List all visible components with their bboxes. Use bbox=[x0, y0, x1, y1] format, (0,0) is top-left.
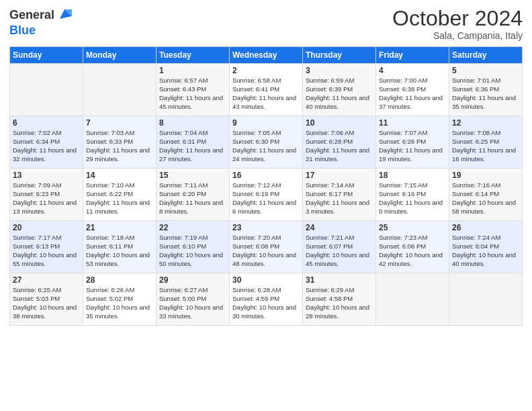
day-number: 18 bbox=[379, 171, 446, 180]
day-number: 30 bbox=[232, 275, 300, 285]
day-number: 2 bbox=[232, 66, 300, 75]
table-row: 13Sunrise: 7:09 AM Sunset: 6:23 PM Dayli… bbox=[10, 169, 83, 221]
table-row: 27Sunrise: 6:25 AM Sunset: 5:03 PM Dayli… bbox=[10, 273, 83, 326]
day-info: Sunrise: 7:08 AM Sunset: 6:25 PM Dayligh… bbox=[452, 129, 519, 163]
calendar-week-row: 1Sunrise: 6:57 AM Sunset: 6:43 PM Daylig… bbox=[10, 64, 523, 116]
page-container: General Blue October 2024 Sala, Campania… bbox=[0, 0, 532, 332]
day-number: 1 bbox=[159, 66, 226, 75]
day-number: 5 bbox=[452, 66, 519, 75]
day-info: Sunrise: 6:28 AM Sunset: 4:59 PM Dayligh… bbox=[232, 286, 300, 320]
table-row: 7Sunrise: 7:03 AM Sunset: 6:33 PM Daylig… bbox=[83, 116, 157, 169]
day-info: Sunrise: 7:00 AM Sunset: 6:38 PM Dayligh… bbox=[379, 77, 446, 111]
logo: General Blue bbox=[9, 7, 72, 38]
day-number: 3 bbox=[306, 66, 373, 75]
day-number: 31 bbox=[306, 275, 373, 285]
calendar-week-row: 20Sunrise: 7:17 AM Sunset: 6:13 PM Dayli… bbox=[10, 221, 523, 273]
day-number: 22 bbox=[159, 223, 226, 232]
table-row: 31Sunrise: 6:29 AM Sunset: 4:58 PM Dayli… bbox=[303, 273, 376, 326]
day-info: Sunrise: 7:02 AM Sunset: 6:34 PM Dayligh… bbox=[13, 129, 80, 163]
day-number: 25 bbox=[379, 223, 446, 232]
day-info: Sunrise: 6:58 AM Sunset: 6:41 PM Dayligh… bbox=[232, 77, 300, 111]
day-info: Sunrise: 7:20 AM Sunset: 6:08 PM Dayligh… bbox=[232, 234, 300, 268]
day-number: 8 bbox=[159, 118, 226, 128]
location-subtitle: Sala, Campania, Italy bbox=[392, 30, 523, 41]
day-number: 15 bbox=[159, 171, 226, 180]
month-title: October 2024 bbox=[392, 7, 523, 30]
day-number: 17 bbox=[306, 171, 373, 180]
logo-general: General bbox=[9, 9, 54, 22]
day-number: 19 bbox=[452, 171, 519, 180]
table-row: 1Sunrise: 6:57 AM Sunset: 6:43 PM Daylig… bbox=[157, 64, 230, 116]
day-number: 7 bbox=[86, 118, 153, 128]
day-number: 24 bbox=[306, 223, 373, 232]
col-thursday: Thursday bbox=[303, 47, 376, 64]
day-info: Sunrise: 6:26 AM Sunset: 5:02 PM Dayligh… bbox=[86, 286, 153, 320]
table-row: 5Sunrise: 7:01 AM Sunset: 6:36 PM Daylig… bbox=[449, 64, 523, 116]
table-row: 3Sunrise: 6:59 AM Sunset: 6:39 PM Daylig… bbox=[303, 64, 376, 116]
table-row: 19Sunrise: 7:16 AM Sunset: 6:14 PM Dayli… bbox=[449, 169, 523, 221]
day-info: Sunrise: 7:17 AM Sunset: 6:13 PM Dayligh… bbox=[13, 234, 80, 268]
day-number: 21 bbox=[86, 223, 153, 232]
calendar-week-row: 13Sunrise: 7:09 AM Sunset: 6:23 PM Dayli… bbox=[10, 169, 523, 221]
table-row: 26Sunrise: 7:24 AM Sunset: 6:04 PM Dayli… bbox=[449, 221, 523, 273]
table-row: 2Sunrise: 6:58 AM Sunset: 6:41 PM Daylig… bbox=[230, 64, 303, 116]
calendar-header-row: Sunday Monday Tuesday Wednesday Thursday… bbox=[10, 47, 523, 64]
day-info: Sunrise: 7:03 AM Sunset: 6:33 PM Dayligh… bbox=[86, 129, 153, 163]
day-info: Sunrise: 7:24 AM Sunset: 6:04 PM Dayligh… bbox=[452, 234, 519, 268]
table-row: 16Sunrise: 7:12 AM Sunset: 6:19 PM Dayli… bbox=[230, 169, 303, 221]
table-row: 25Sunrise: 7:23 AM Sunset: 6:06 PM Dayli… bbox=[376, 221, 449, 273]
day-info: Sunrise: 7:07 AM Sunset: 6:26 PM Dayligh… bbox=[379, 129, 446, 163]
table-row bbox=[83, 64, 157, 116]
day-info: Sunrise: 6:29 AM Sunset: 4:58 PM Dayligh… bbox=[306, 286, 373, 320]
day-number: 29 bbox=[159, 275, 226, 285]
day-info: Sunrise: 7:12 AM Sunset: 6:19 PM Dayligh… bbox=[232, 181, 300, 216]
day-number: 26 bbox=[452, 223, 519, 232]
col-sunday: Sunday bbox=[10, 47, 83, 64]
day-info: Sunrise: 6:57 AM Sunset: 6:43 PM Dayligh… bbox=[159, 77, 226, 111]
day-number: 28 bbox=[86, 275, 153, 285]
day-number: 23 bbox=[232, 223, 300, 232]
header: General Blue October 2024 Sala, Campania… bbox=[9, 7, 523, 41]
table-row: 21Sunrise: 7:18 AM Sunset: 6:11 PM Dayli… bbox=[83, 221, 157, 273]
col-friday: Friday bbox=[376, 47, 449, 64]
logo-blue: Blue bbox=[9, 24, 36, 37]
table-row: 12Sunrise: 7:08 AM Sunset: 6:25 PM Dayli… bbox=[449, 116, 523, 169]
calendar-table: Sunday Monday Tuesday Wednesday Thursday… bbox=[9, 46, 523, 326]
day-number: 27 bbox=[13, 275, 80, 285]
day-info: Sunrise: 7:05 AM Sunset: 6:30 PM Dayligh… bbox=[232, 129, 300, 163]
table-row: 30Sunrise: 6:28 AM Sunset: 4:59 PM Dayli… bbox=[230, 273, 303, 326]
table-row bbox=[376, 273, 449, 326]
day-info: Sunrise: 7:09 AM Sunset: 6:23 PM Dayligh… bbox=[13, 181, 80, 216]
calendar-week-row: 6Sunrise: 7:02 AM Sunset: 6:34 PM Daylig… bbox=[10, 116, 523, 169]
day-info: Sunrise: 7:04 AM Sunset: 6:31 PM Dayligh… bbox=[159, 129, 226, 163]
day-info: Sunrise: 7:11 AM Sunset: 6:20 PM Dayligh… bbox=[159, 181, 226, 216]
day-number: 10 bbox=[306, 118, 373, 128]
table-row: 24Sunrise: 7:21 AM Sunset: 6:07 PM Dayli… bbox=[303, 221, 376, 273]
day-number: 12 bbox=[452, 118, 519, 128]
day-number: 4 bbox=[379, 66, 446, 75]
logo-icon bbox=[57, 7, 72, 21]
table-row: 23Sunrise: 7:20 AM Sunset: 6:08 PM Dayli… bbox=[230, 221, 303, 273]
table-row: 17Sunrise: 7:14 AM Sunset: 6:17 PM Dayli… bbox=[303, 169, 376, 221]
day-info: Sunrise: 7:21 AM Sunset: 6:07 PM Dayligh… bbox=[306, 234, 373, 268]
day-number: 16 bbox=[232, 171, 300, 180]
day-number: 14 bbox=[86, 171, 153, 180]
table-row: 15Sunrise: 7:11 AM Sunset: 6:20 PM Dayli… bbox=[157, 169, 230, 221]
day-info: Sunrise: 7:16 AM Sunset: 6:14 PM Dayligh… bbox=[452, 181, 519, 216]
table-row: 8Sunrise: 7:04 AM Sunset: 6:31 PM Daylig… bbox=[157, 116, 230, 169]
day-info: Sunrise: 6:25 AM Sunset: 5:03 PM Dayligh… bbox=[13, 286, 80, 320]
col-wednesday: Wednesday bbox=[230, 47, 303, 64]
calendar-week-row: 27Sunrise: 6:25 AM Sunset: 5:03 PM Dayli… bbox=[10, 273, 523, 326]
table-row bbox=[449, 273, 523, 326]
table-row: 28Sunrise: 6:26 AM Sunset: 5:02 PM Dayli… bbox=[83, 273, 157, 326]
day-info: Sunrise: 6:59 AM Sunset: 6:39 PM Dayligh… bbox=[306, 77, 373, 111]
day-number: 9 bbox=[232, 118, 300, 128]
col-saturday: Saturday bbox=[449, 47, 523, 64]
table-row: 6Sunrise: 7:02 AM Sunset: 6:34 PM Daylig… bbox=[10, 116, 83, 169]
table-row: 14Sunrise: 7:10 AM Sunset: 6:22 PM Dayli… bbox=[83, 169, 157, 221]
day-number: 6 bbox=[13, 118, 80, 128]
table-row: 18Sunrise: 7:15 AM Sunset: 6:16 PM Dayli… bbox=[376, 169, 449, 221]
day-info: Sunrise: 7:23 AM Sunset: 6:06 PM Dayligh… bbox=[379, 234, 446, 268]
day-info: Sunrise: 7:10 AM Sunset: 6:22 PM Dayligh… bbox=[86, 181, 153, 216]
day-number: 20 bbox=[13, 223, 80, 232]
